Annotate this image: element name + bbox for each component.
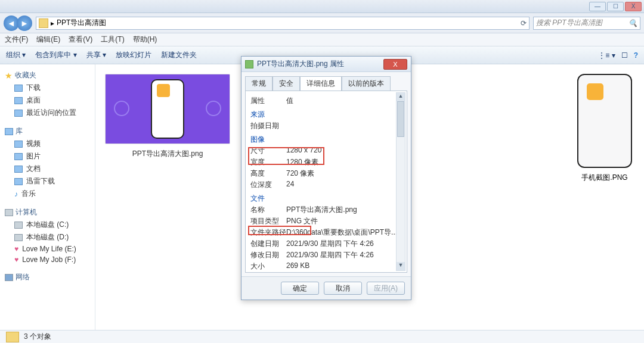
- section-file: 文件: [250, 194, 407, 204]
- sidebar-item-drive-e[interactable]: ♥Love My Life (E:): [2, 244, 92, 254]
- thumbnail: [577, 74, 632, 168]
- view-mode-button[interactable]: ⋮≡ ▾: [598, 51, 615, 60]
- apply-button[interactable]: 应用(A): [367, 282, 405, 295]
- search-input[interactable]: 搜索 PPT导出高清图 🔍: [533, 17, 640, 30]
- prop-name: 名称: [250, 205, 286, 215]
- disk-icon: [14, 222, 23, 229]
- thumbnail: [105, 74, 230, 144]
- search-icon: 🔍: [628, 19, 637, 27]
- file-item[interactable]: 手机截图.PNG: [575, 74, 634, 183]
- status-text: 3 个对象: [24, 332, 51, 342]
- navigation-bar: ◄ ► ▸ PPT导出高清图 ⟳ 搜索 PPT导出高清图 🔍: [0, 13, 644, 33]
- sidebar-item-drive-c[interactable]: 本地磁盘 (C:): [2, 219, 92, 231]
- tab-bar: 常规 安全 详细信息 以前的版本: [242, 72, 411, 91]
- val-path: D:\360data\重要数据\桌面\PPT导...: [286, 227, 407, 238]
- maximize-button[interactable]: ☐: [607, 2, 624, 11]
- dialog-close-button[interactable]: X: [383, 59, 407, 70]
- video-icon: [14, 141, 23, 148]
- include-library-button[interactable]: 包含到库中 ▾: [35, 50, 76, 60]
- prop-width: 宽度: [250, 157, 286, 167]
- sidebar-item-downloads[interactable]: 下载: [2, 82, 92, 94]
- prop-dimensions: 尺寸: [250, 146, 286, 156]
- val-bitdepth: 24: [286, 180, 407, 190]
- tab-details[interactable]: 详细信息: [300, 76, 342, 91]
- forward-button[interactable]: ►: [17, 15, 32, 31]
- address-bar[interactable]: ▸ PPT导出高清图 ⟳: [36, 17, 530, 30]
- scroll-up-button[interactable]: ▲: [397, 93, 405, 101]
- organize-button[interactable]: 组织 ▾: [6, 50, 26, 60]
- prop-size: 大小: [250, 261, 286, 272]
- prop-created: 创建日期: [250, 239, 286, 249]
- col-header-property: 属性: [250, 96, 286, 106]
- libraries-header[interactable]: 库: [2, 125, 92, 138]
- menu-help[interactable]: 帮助(H): [133, 35, 157, 45]
- heart-icon: ♥: [14, 255, 18, 264]
- tab-content: 属性 值 来源 拍摄日期 图像 尺寸1280 x 720 宽度1280 像素 高…: [245, 91, 407, 273]
- sidebar-item-music[interactable]: ♪音乐: [2, 188, 92, 200]
- menu-view[interactable]: 查看(V): [69, 35, 92, 45]
- scroll-down-button[interactable]: ▼: [397, 262, 405, 270]
- menu-bar: 文件(F) 编辑(E) 查看(V) 工具(T) 帮助(H): [0, 33, 644, 46]
- menu-edit[interactable]: 编辑(E): [36, 35, 60, 45]
- val-type: PNG 文件: [286, 216, 407, 226]
- computer-icon: [5, 209, 13, 216]
- val-modified: 2021/9/30 星期四 下午 4:26: [286, 250, 407, 260]
- preview-pane-button[interactable]: ☐: [621, 51, 628, 60]
- scrollbar[interactable]: ▲ ▼: [396, 92, 405, 271]
- sidebar-item-pictures[interactable]: 图片: [2, 150, 92, 163]
- sidebar-item-documents[interactable]: 文档: [2, 163, 92, 175]
- disk-icon: [14, 234, 23, 241]
- prop-date-taken: 拍摄日期: [250, 121, 286, 131]
- sidebar-item-drive-f[interactable]: ♥Love My Job (F:): [2, 254, 92, 265]
- close-button[interactable]: X: [625, 2, 642, 11]
- properties-dialog: PPT导出高清大图.png 属性 X 常规 安全 详细信息 以前的版本 属性 值…: [241, 56, 411, 300]
- tab-security[interactable]: 安全: [273, 76, 300, 91]
- cancel-button[interactable]: 取消: [324, 282, 362, 295]
- slideshow-button[interactable]: 放映幻灯片: [116, 50, 151, 60]
- val-name: PPT导出高清大图.png: [286, 205, 407, 215]
- network-icon: [5, 274, 13, 281]
- network-header[interactable]: 网络: [2, 271, 92, 283]
- section-origin: 来源: [250, 110, 407, 120]
- file-item[interactable]: PPT导出高清大图.png: [105, 74, 230, 159]
- favorites-header[interactable]: ★收藏夹: [2, 69, 92, 82]
- nav-arrows: ◄ ►: [4, 15, 32, 31]
- dialog-titlebar[interactable]: PPT导出高清大图.png 属性 X: [242, 57, 411, 72]
- share-button[interactable]: 共享 ▾: [86, 50, 106, 60]
- menu-file[interactable]: 文件(F): [5, 35, 28, 45]
- path-segment[interactable]: PPT导出高清图: [57, 18, 106, 28]
- sidebar-item-drive-d[interactable]: 本地磁盘 (D:): [2, 231, 92, 244]
- status-bar: 3 个对象: [0, 330, 644, 343]
- image-icon: [245, 60, 253, 68]
- tab-previous-versions[interactable]: 以前的版本: [342, 76, 391, 91]
- path-separator: ▸: [51, 19, 54, 27]
- sidebar-item-desktop[interactable]: 桌面: [2, 94, 92, 107]
- window-titlebar: — ☐ X: [0, 0, 644, 13]
- property-grid: 属性 值 来源 拍摄日期 图像 尺寸1280 x 720 宽度1280 像素 高…: [250, 96, 407, 273]
- section-image: 图像: [250, 135, 407, 145]
- prop-height: 高度: [250, 169, 286, 179]
- dialog-button-row: 确定 取消 应用(A): [242, 276, 411, 300]
- prop-path: 文件夹路径: [250, 227, 286, 238]
- computer-header[interactable]: 计算机: [2, 206, 92, 219]
- prop-bitdepth: 位深度: [250, 180, 286, 190]
- library-icon: [5, 128, 13, 135]
- music-icon: ♪: [14, 190, 18, 198]
- col-header-value: 值: [286, 96, 407, 106]
- picture-icon: [14, 153, 23, 160]
- scroll-thumb[interactable]: [397, 101, 404, 137]
- refresh-button[interactable]: ⟳: [521, 19, 527, 27]
- minimize-button[interactable]: —: [589, 2, 606, 11]
- sidebar-item-videos[interactable]: 视频: [2, 138, 92, 150]
- sidebar-item-thunder[interactable]: 迅雷下载: [2, 175, 92, 188]
- sidebar-item-recent[interactable]: 最近访问的位置: [2, 107, 92, 119]
- val-width: 1280 像素: [286, 157, 407, 167]
- menu-tools[interactable]: 工具(T): [101, 35, 124, 45]
- folder-icon: [39, 18, 48, 28]
- prop-modified: 修改日期: [250, 250, 286, 260]
- ok-button[interactable]: 确定: [281, 282, 319, 295]
- tab-general[interactable]: 常规: [245, 76, 273, 91]
- new-folder-button[interactable]: 新建文件夹: [161, 50, 197, 60]
- help-button[interactable]: ?: [634, 51, 638, 60]
- val-dimensions: 1280 x 720: [286, 146, 407, 156]
